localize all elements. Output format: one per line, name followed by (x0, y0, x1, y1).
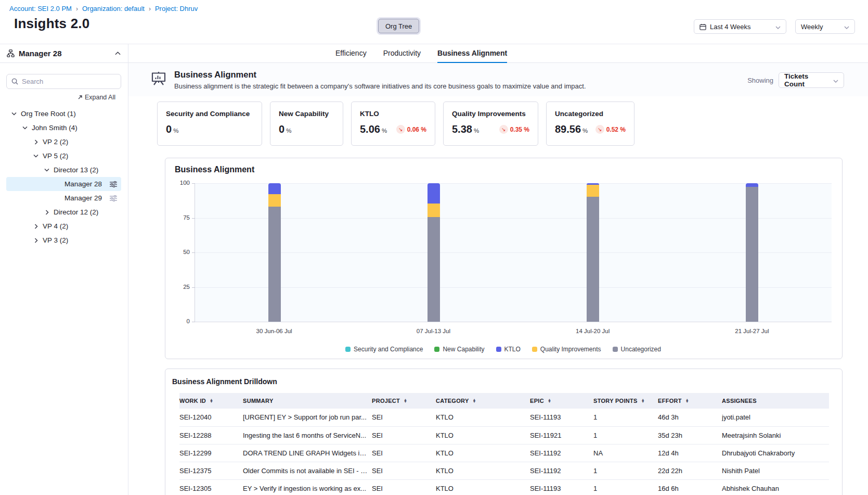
tree-item-vp-3-2[interactable]: VP 3 (2) (6, 233, 121, 247)
granularity-value: Weekly (801, 23, 823, 31)
stat-card-title: New Capability (279, 110, 334, 118)
chevron-right-icon[interactable] (32, 238, 40, 243)
sort-icon[interactable]: ▲▼ (210, 399, 213, 403)
breadcrumb-link[interactable]: Organization: default (82, 5, 145, 12)
chart-plot-area (195, 183, 832, 322)
chevron-down-icon[interactable] (21, 126, 29, 130)
collapse-sidebar-icon[interactable] (115, 52, 121, 55)
sort-icon[interactable]: ▲▼ (641, 399, 645, 403)
table-cell: KTLO (436, 479, 530, 495)
table-cell: SEI (372, 409, 436, 426)
tab-efficiency[interactable]: Efficiency (335, 44, 367, 63)
org-tree-button[interactable]: Org Tree (378, 19, 419, 33)
stat-card-title: KTLO (360, 110, 426, 118)
breadcrumb-link[interactable]: Project: Dhruv (155, 5, 198, 12)
sort-icon[interactable]: ▲▼ (685, 399, 689, 403)
chevron-right-icon[interactable] (43, 210, 50, 215)
stat-delta-badge: ↘0.52 % (595, 125, 626, 134)
table-cell: 22d 22h (658, 462, 722, 479)
stacked-bar-3[interactable] (587, 183, 599, 322)
legend-label: New Capability (443, 346, 484, 353)
chevron-down-icon[interactable] (10, 112, 18, 116)
chevron-right-icon[interactable] (32, 139, 40, 145)
table-cell: 35d 23h (658, 426, 722, 444)
table-row[interactable]: SEI-12305EY > Verify if ingestion is wor… (179, 479, 829, 495)
tree-item-vp-2-2[interactable]: VP 2 (2) (6, 135, 121, 149)
bar-segment-quality-improvements (268, 194, 281, 207)
table-cell: SEI-12288 (179, 426, 243, 444)
tree-item-label: Director 12 (2) (54, 208, 98, 216)
stacked-bar-4[interactable] (746, 183, 758, 322)
table-cell: SEI-11192 (530, 444, 593, 462)
tree-item-org-tree-root-1[interactable]: Org Tree Root (1) (6, 107, 121, 121)
sort-icon[interactable]: ▲▼ (473, 399, 476, 403)
tree-item-vp-5-2[interactable]: VP 5 (2) (6, 149, 121, 163)
bar-slot (513, 183, 672, 322)
sidebar-header: Manager 28 (0, 44, 128, 63)
legend-label: Uncategorized (621, 346, 661, 353)
tree-item-manager-29[interactable]: Manager 29 (6, 191, 121, 205)
showing-select[interactable]: Tickets Count (779, 72, 844, 88)
date-range-select[interactable]: Last 4 Weeks (694, 19, 786, 34)
stat-delta-value: 0.06 % (407, 126, 426, 133)
table-row[interactable]: SEI-12040[URGENT] EY > Support for job r… (179, 409, 829, 426)
stat-card-value: 0 (166, 123, 172, 135)
table-row[interactable]: SEI-12375Older Commits is not available … (179, 462, 829, 479)
section-description: Business alignment is the strategic fit … (174, 82, 586, 90)
stat-card-unit: % (382, 128, 387, 134)
legend-item-security-and-compliance: Security and Compliance (345, 346, 423, 353)
expand-all-button[interactable]: Expand All (0, 94, 115, 101)
chevron-right-icon[interactable] (32, 224, 40, 229)
trend-down-icon: ↘ (595, 125, 604, 134)
tab-business-alignment[interactable]: Business Alignment (437, 44, 507, 63)
chart-title: Business Alignment (175, 165, 832, 174)
column-label: EFFORT (658, 398, 682, 404)
table-cell: NA (593, 444, 658, 462)
sort-icon[interactable]: ▲▼ (548, 399, 551, 403)
tree-item-john-smith-4[interactable]: John Smith (4) (6, 121, 121, 135)
table-cell: Older Commits is not available in SEI - … (243, 462, 372, 479)
x-tick-label: 21 Jul-27 Jul (672, 328, 832, 334)
y-tick-label: 50 (175, 249, 190, 255)
table-cell: Dhrubajyoti Chakraborty (722, 444, 829, 462)
stat-value-row: 5.06%↘0.06 % (360, 123, 426, 135)
column-label: PROJECT (372, 398, 400, 404)
y-tick-label: 25 (175, 284, 190, 290)
stat-card-value: 89.56 (555, 123, 581, 135)
breadcrumb-link[interactable]: Account: SEI 2.0 PM (9, 5, 72, 12)
tree-item-director-12-2[interactable]: Director 12 (2) (6, 205, 121, 219)
breadcrumb-separator-icon: › (149, 5, 151, 12)
bar-slot (195, 183, 354, 322)
chevron-down-icon (833, 77, 838, 84)
legend-item-quality-improvements: Quality Improvements (532, 346, 601, 353)
filter-sliders-icon[interactable] (110, 195, 117, 201)
tab-productivity[interactable]: Productivity (383, 44, 421, 63)
stacked-bar-1[interactable] (268, 183, 281, 322)
sort-icon[interactable]: ▲▼ (404, 399, 407, 403)
chevron-down-icon[interactable] (43, 168, 50, 172)
table-cell: KTLO (436, 409, 530, 426)
chevron-down-icon[interactable] (32, 154, 40, 158)
stat-card-quality-improvements: Quality Improvements5.38%↘0.35 % (443, 101, 538, 146)
tree-item-vp-4-2[interactable]: VP 4 (2) (6, 219, 121, 233)
search-input[interactable] (22, 78, 116, 85)
table-row[interactable]: SEI-12288Ingesting the last 6 months of … (179, 426, 829, 444)
stat-card-ktlo: KTLO5.06%↘0.06 % (351, 101, 435, 146)
stat-delta-badge: ↘0.06 % (396, 125, 426, 134)
stacked-bar-2[interactable] (427, 183, 440, 322)
table-row[interactable]: SEI-12299DORA TREND LINE GRAPH Widgets i… (179, 444, 829, 462)
table-cell: [URGENT] EY > Support for job run par... (243, 409, 372, 426)
tree-item-director-13-2[interactable]: Director 13 (2) (6, 163, 121, 177)
filter-sliders-icon[interactable] (110, 181, 117, 187)
section-title: Business Alignment (174, 70, 586, 80)
stat-card-unit: % (582, 128, 588, 134)
granularity-select[interactable]: Weekly (795, 19, 855, 34)
column-header-summary: SUMMARY (243, 393, 372, 409)
column-label: WORK ID (179, 398, 206, 404)
main-content: Business Alignment Business alignment is… (128, 63, 868, 495)
table-cell: DORA TREND LINE GRAPH Widgets is n... (243, 444, 372, 462)
tree-item-label: Org Tree Root (1) (21, 110, 76, 118)
showing-label: Showing (747, 77, 773, 84)
x-tick-label: 07 Jul-13 Jul (354, 328, 513, 334)
tree-item-manager-28[interactable]: Manager 28 (6, 177, 121, 191)
